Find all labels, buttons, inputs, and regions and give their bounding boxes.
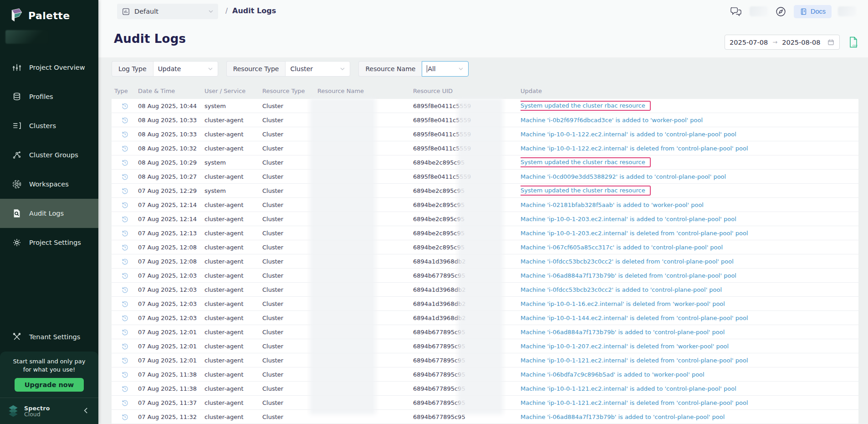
sidebar-item-profiles[interactable]: Profiles xyxy=(0,82,98,111)
cell-datetime: 07 Aug 2025, 11:38 xyxy=(138,385,204,392)
project-scope-selector[interactable]: Default xyxy=(117,4,218,19)
sidebar-item-audit-logs[interactable]: Audit Logs xyxy=(0,199,98,228)
orbit-icon xyxy=(12,179,22,189)
cell-resource-uid: 6894b677895c95 xyxy=(413,399,521,406)
cell-resource-uid: 6894be2c895c95 xyxy=(413,202,521,208)
table-row: 07 Aug 2025, 12:29 system Cluster 6894be… xyxy=(112,184,858,198)
column-header-type: Type xyxy=(112,88,138,94)
sidebar-item-project-overview[interactable]: Project Overview xyxy=(0,53,98,82)
filter-label-resource-name: Resource Name xyxy=(358,61,422,77)
update-link[interactable]: Machine 'ip-10-0-1-121.ec2.internal' is … xyxy=(521,399,748,406)
cell-update: Machine 'i-0b2f697f6dbcad3ce' is added t… xyxy=(521,117,858,124)
update-link[interactable]: Machine 'i-02181bfab328f5aab' is added t… xyxy=(521,202,704,208)
filter-select-resource-name[interactable]: All xyxy=(422,61,469,77)
table-row: 08 Aug 2025, 10:29 system Cluster 6894be… xyxy=(112,155,858,170)
update-link[interactable]: Machine 'i-06ad884a7f173b79b' is deleted… xyxy=(521,272,736,279)
update-link[interactable]: Machine 'i-0fdcc53bcb23c0cc2' is added t… xyxy=(521,286,722,293)
table-row: 07 Aug 2025, 12:14 cluster-agent Cluster… xyxy=(112,198,858,212)
update-link[interactable]: Machine 'i-0b2f697f6dbcad3ce' is added t… xyxy=(521,117,703,124)
sidebar-item-project-settings[interactable]: Project Settings xyxy=(0,228,98,257)
update-link[interactable]: Machine 'ip-10-0-1-122.ec2.internal' is … xyxy=(521,131,736,138)
cell-datetime: 07 Aug 2025, 12:01 xyxy=(138,357,204,364)
update-link[interactable]: System updated the cluster rbac resource xyxy=(521,159,645,165)
docs-button[interactable]: Docs xyxy=(794,5,832,18)
app-root: Palette Project Overview Profiles Cluste… xyxy=(0,0,868,424)
history-icon xyxy=(112,243,138,251)
cell-user-service: cluster-agent xyxy=(204,371,262,378)
cell-resource-uid: 6895f8e0411c5559 xyxy=(413,145,521,152)
cell-resource-type: Cluster xyxy=(262,272,317,279)
update-link[interactable]: System updated the cluster rbac resource xyxy=(521,102,645,109)
cell-datetime: 07 Aug 2025, 12:08 xyxy=(138,244,204,251)
cell-resource-type: Cluster xyxy=(262,117,317,124)
cell-resource-type: Cluster xyxy=(262,230,317,237)
cell-user-service: cluster-agent xyxy=(204,131,262,138)
spectro-cloud-wordmark: Spectro Cloud xyxy=(24,405,50,417)
table-row: 07 Aug 2025, 11:38 cluster-agent Cluster… xyxy=(112,367,858,382)
table-row: 07 Aug 2025, 12:03 cluster-agent Cluster… xyxy=(112,269,858,283)
sidebar-collapse-button[interactable] xyxy=(82,405,90,417)
cell-resource-uid: 6894be2c895c95 xyxy=(413,159,521,166)
update-link[interactable]: Machine 'ip-10-0-1-144.ec2.internal' is … xyxy=(521,315,748,321)
update-link[interactable]: Machine 'i-067cf605a85cc317c' is added t… xyxy=(521,244,723,251)
cell-update: Machine 'i-067cf605a85cc317c' is added t… xyxy=(521,244,858,251)
date-range-start: 2025-07-08 xyxy=(730,39,768,46)
table-row: 07 Aug 2025, 12:03 cluster-agent Cluster… xyxy=(112,311,858,325)
upgrade-now-button[interactable]: Upgrade now xyxy=(15,378,84,392)
update-link[interactable]: Machine 'i-06bdfa7c9c896b5ad' is added t… xyxy=(521,371,705,378)
sidebar-item-tenant-settings[interactable]: Tenant Settings xyxy=(0,322,98,352)
redacted-project-chip xyxy=(5,30,48,44)
update-link[interactable]: Machine 'ip-10-0-1-121.ec2.internal' is … xyxy=(521,385,736,392)
sidebar-item-workspaces[interactable]: Workspaces xyxy=(0,170,98,199)
date-range-arrow: → xyxy=(772,39,777,46)
filter-bar: Log Type Update Resource Type Cluster Re… xyxy=(112,61,858,77)
cell-user-service: cluster-agent xyxy=(204,216,262,222)
history-icon xyxy=(112,159,138,166)
history-icon xyxy=(112,342,138,350)
update-link[interactable]: Machine 'i-0cd009e3dd5388292' is added t… xyxy=(521,173,726,180)
update-link[interactable]: Machine 'i-06ad884a7f173b79b' is added t… xyxy=(521,329,725,336)
history-icon xyxy=(112,314,138,322)
highlighted-update-box: System updated the cluster rbac resource xyxy=(521,186,651,196)
update-link[interactable]: Machine 'ip-10-0-1-203.ec2.internal' is … xyxy=(521,216,736,222)
filter-select-resource-type[interactable]: Cluster xyxy=(285,61,350,77)
cell-resource-type: Cluster xyxy=(262,131,317,138)
redacted-topbar-chip xyxy=(838,6,856,16)
explore-button[interactable] xyxy=(774,5,787,18)
cell-update: Machine 'i-0cd009e3dd5388292' is added t… xyxy=(521,173,858,180)
page-title: Audit Logs xyxy=(114,32,186,46)
sidebar-item-cluster-groups[interactable]: Cluster Groups xyxy=(0,140,98,170)
update-link[interactable]: Machine 'ip-10-0-1-203.ec2.internal' is … xyxy=(521,230,748,237)
sidebar-item-clusters[interactable]: Clusters xyxy=(0,111,98,140)
spectro-cloud-logo xyxy=(6,404,20,418)
update-link[interactable]: Machine 'ip-10-0-1-16.ec2.internal' is d… xyxy=(521,300,725,307)
table-row: 07 Aug 2025, 12:13 cluster-agent Cluster… xyxy=(112,226,858,240)
table-row: 07 Aug 2025, 12:01 cluster-agent Cluster… xyxy=(112,339,858,353)
bar-chart-icon xyxy=(122,7,130,16)
date-range-end: 2025-08-08 xyxy=(782,39,820,46)
history-icon xyxy=(112,130,138,138)
cell-datetime: 07 Aug 2025, 11:38 xyxy=(138,371,204,378)
update-link[interactable]: Machine 'ip-10-0-1-121.ec2.internal' is … xyxy=(521,357,748,364)
breadcrumb-current: Audit Logs xyxy=(232,6,276,15)
date-range-picker[interactable]: 2025-07-08 → 2025-08-08 xyxy=(725,35,840,50)
sidebar-item-label: Workspaces xyxy=(29,181,69,188)
cell-resource-uid: 6894b677895c95 xyxy=(413,329,521,336)
filter-select-log-type[interactable]: Update xyxy=(153,61,218,77)
breadcrumb-separator: / xyxy=(225,7,228,15)
cell-resource-uid: 6895f8e0411c5559 xyxy=(413,131,521,138)
cell-datetime: 07 Aug 2025, 12:03 xyxy=(138,286,204,293)
cell-resource-uid: 6895f8e0411c5559 xyxy=(413,117,521,124)
palette-logo[interactable]: Palette xyxy=(0,0,98,24)
palette-logo-icon xyxy=(9,7,24,24)
update-link[interactable]: Machine 'i-06ad884a7f173b79b' is added t… xyxy=(521,414,725,420)
update-link[interactable]: Machine 'ip-10-0-1-122.ec2.internal' is … xyxy=(521,145,748,152)
update-link[interactable]: System updated the cluster rbac resource xyxy=(521,187,645,194)
feedback-chat-button[interactable] xyxy=(729,5,743,18)
cell-resource-type: Cluster xyxy=(262,343,317,350)
update-link[interactable]: Machine 'i-0fdcc53bcb23c0cc2' is deleted… xyxy=(521,258,734,265)
cell-datetime: 07 Aug 2025, 12:14 xyxy=(138,202,204,208)
export-csv-button[interactable]: csv xyxy=(847,35,860,49)
book-icon xyxy=(800,8,807,16)
update-link[interactable]: Machine 'ip-10-0-1-207.ec2.internal' is … xyxy=(521,343,729,350)
